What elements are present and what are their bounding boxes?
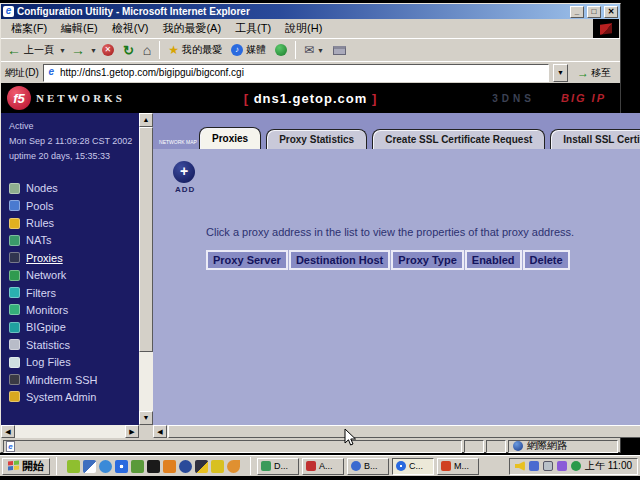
menu-edit[interactable]: 編輯(E)	[55, 20, 104, 37]
forward-dropdown[interactable]: ▼	[90, 47, 97, 54]
titlebar: e Configuration Utility - Microsoft Inte…	[1, 4, 620, 19]
menu-tools[interactable]: 工具(T)	[229, 20, 277, 37]
task-button-3[interactable]: B...	[347, 458, 389, 475]
acdsee-icon[interactable]	[131, 460, 144, 473]
task-button-2[interactable]: A...	[302, 458, 344, 475]
menu-view[interactable]: 檢視(V)	[106, 20, 155, 37]
statistics-icon	[9, 339, 20, 350]
tab-create-ssl-certificate-request[interactable]: Create SSL Certificate Request	[372, 129, 545, 149]
address-input[interactable]	[60, 67, 546, 78]
sidebar-item-nodes[interactable]: Nodes	[9, 180, 137, 197]
scroll-down-icon[interactable]: ▼	[139, 411, 153, 425]
media-icon: ♪	[231, 44, 243, 56]
home-button[interactable]: ⌂	[139, 40, 155, 60]
menu-file[interactable]: 檔案(F)	[5, 20, 53, 37]
print-button[interactable]	[329, 40, 350, 60]
product-bigip: BIG IP	[561, 92, 606, 104]
start-button[interactable]: 開始	[2, 458, 50, 475]
browser-window: e Configuration Utility - Microsoft Inte…	[0, 3, 621, 453]
menubar: 檔案(F) 編輯(E) 檢視(V) 我的最愛(A) 工具(T) 說明(H)	[1, 19, 620, 38]
mail-dropdown: ▼	[317, 47, 324, 54]
console-icon[interactable]	[147, 460, 160, 473]
maximize-button[interactable]: □	[587, 6, 601, 18]
sidebar-item-mindterm[interactable]: Mindterm SSH	[9, 371, 137, 388]
task-button-configuration-utility[interactable]: C...	[392, 458, 434, 475]
scroll-right-icon[interactable]: ▶	[125, 425, 139, 438]
scroll-left-icon[interactable]: ◀	[153, 425, 167, 438]
sidebar-item-logfiles[interactable]: Log Files	[9, 353, 137, 370]
show-desktop-icon[interactable]	[83, 460, 96, 473]
windows-logo-icon	[8, 460, 19, 471]
status-active: Active	[9, 119, 137, 134]
toolbar: ← 上一頁 ▼ → ▼ ✕ ↻ ⌂ ★ 我的最愛 ♪ 媒體 ✉	[1, 38, 620, 61]
sidebar-item-sysadmin[interactable]: System Admin	[9, 388, 137, 405]
sidebar-vertical-scrollbar[interactable]: ▲ ▼	[139, 113, 153, 425]
refresh-button[interactable]: ↻	[119, 40, 138, 60]
tabstrip: NETWORK MAP Proxies Proxy Statistics Cre…	[153, 113, 640, 149]
tab-install-ssl-certificate[interactable]: Install SSL Certif	[550, 129, 640, 149]
favorites-icon: ★	[168, 44, 179, 56]
scroll-thumb[interactable]	[139, 127, 153, 352]
icq-icon[interactable]	[67, 460, 80, 473]
sidebar-content: Active Mon Sep 2 11:09:28 CST 2002 uptim…	[1, 113, 139, 425]
display-icon[interactable]	[543, 461, 553, 471]
stop-button[interactable]: ✕	[98, 40, 118, 60]
internet-zone-icon	[513, 441, 523, 451]
sidebar-item-statistics[interactable]: Statistics	[9, 336, 137, 353]
f5-banner: f5 NETWORKS [ dns1.getop.com ] 3DNS BIG …	[1, 83, 620, 113]
task-button-5[interactable]: M...	[437, 458, 479, 475]
media-player-icon[interactable]	[195, 460, 208, 473]
address-dropdown[interactable]: ▼	[553, 64, 568, 82]
ie-launch-icon[interactable]	[115, 460, 128, 473]
tab-proxy-statistics[interactable]: Proxy Statistics	[266, 129, 367, 149]
minimize-button[interactable]: _	[570, 6, 584, 18]
back-dropdown[interactable]: ▼	[59, 47, 66, 54]
scheduler-icon[interactable]	[557, 461, 567, 471]
close-button[interactable]: ✕	[604, 6, 618, 18]
sidebar-item-bigpipe[interactable]: BIGpipe	[9, 319, 137, 336]
proxies-icon	[9, 252, 20, 263]
sidebar-item-network[interactable]: Network	[9, 266, 137, 283]
main-horizontal-scrollbar[interactable]: ◀ ▶	[153, 425, 640, 438]
antivirus-icon[interactable]	[571, 461, 581, 471]
sidebar-item-filters[interactable]: Filters	[9, 284, 137, 301]
sidebar-item-nats[interactable]: NATs	[9, 232, 137, 249]
sidebar-horizontal-scrollbar[interactable]: ◀ ▶	[1, 425, 139, 438]
media-button[interactable]: ♪ 媒體	[227, 40, 270, 60]
app-icon	[441, 461, 451, 471]
add-proxy-button[interactable]: +	[173, 161, 195, 183]
volume-icon[interactable]	[515, 461, 525, 471]
stop-icon: ✕	[102, 44, 114, 56]
go-button[interactable]: → 移至	[572, 63, 616, 83]
addressbar: 網址(D) e ▼ → 移至	[1, 61, 620, 83]
sidebar-item-rules[interactable]: Rules	[9, 214, 137, 231]
task-button-1[interactable]: D...	[257, 458, 299, 475]
app-icon	[351, 461, 361, 471]
network-status-icon[interactable]	[529, 461, 539, 471]
network-map-button[interactable]: NETWORK MAP	[157, 139, 199, 145]
favorites-button[interactable]: ★ 我的最愛	[164, 40, 226, 60]
address-label: 網址(D)	[5, 66, 39, 80]
mail-button[interactable]: ✉ ▼	[300, 40, 328, 60]
scroll-thumb[interactable]	[168, 425, 640, 438]
network-icon	[9, 270, 20, 281]
back-button[interactable]: ← 上一頁	[3, 40, 58, 60]
scroll-left-icon[interactable]: ◀	[1, 425, 15, 438]
history-button[interactable]	[271, 40, 291, 60]
sidebar-item-proxies[interactable]: Proxies	[9, 249, 137, 266]
window-title: Configuration Utility - Microsoft Intern…	[17, 6, 567, 17]
tab-proxies[interactable]: Proxies	[199, 127, 261, 149]
menu-favorites[interactable]: 我的最愛(A)	[156, 20, 227, 37]
browser-icon[interactable]	[227, 460, 240, 473]
scroll-up-icon[interactable]: ▲	[139, 113, 153, 127]
menu-help[interactable]: 說明(H)	[279, 20, 328, 37]
sidebar-item-pools[interactable]: Pools	[9, 197, 137, 214]
editor-icon[interactable]	[163, 460, 176, 473]
forward-button[interactable]: →	[67, 40, 89, 60]
status-message: e	[3, 440, 462, 453]
sphere-icon[interactable]	[179, 460, 192, 473]
sidebar-item-monitors[interactable]: Monitors	[9, 301, 137, 318]
windows-flag-icon	[600, 23, 612, 34]
keys-icon[interactable]	[211, 460, 224, 473]
messenger-icon[interactable]	[99, 460, 112, 473]
